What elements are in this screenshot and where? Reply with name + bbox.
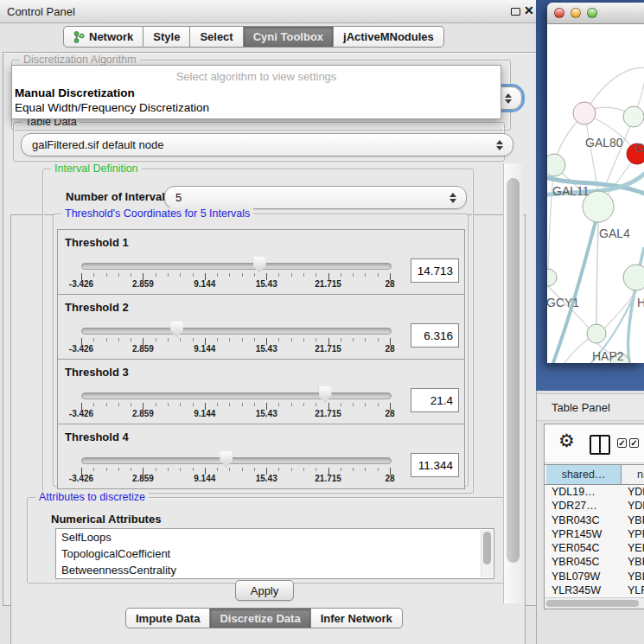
slider-tick	[316, 273, 316, 277]
threshold-4-slider-track[interactable]	[81, 457, 392, 464]
tab-discretize-data[interactable]: Discretize Data	[210, 608, 310, 628]
network-node-7[interactable]	[587, 324, 606, 343]
close-traffic-light-icon[interactable]	[554, 8, 564, 18]
network-node-6[interactable]	[623, 265, 644, 290]
slider-tick	[180, 273, 181, 277]
checkbox-icon[interactable]: ✓	[629, 438, 639, 448]
column-header-name[interactable]: na	[622, 465, 644, 484]
threshold-2-value-field[interactable]: 6.316	[411, 323, 459, 348]
network-node-3[interactable]	[547, 154, 565, 176]
minimize-traffic-light-icon[interactable]	[571, 8, 581, 18]
column-header-shared-name[interactable]: shared…	[546, 465, 622, 484]
threshold-2-slider-thumb[interactable]	[170, 322, 183, 338]
node-label-gal80: GAL80	[585, 136, 623, 150]
popup-item-manual-discretization[interactable]: Manual Discretization	[14, 86, 499, 102]
slider-tick-label: 9.144	[194, 409, 215, 418]
tab-impute-data[interactable]: Impute Data	[125, 608, 210, 628]
network-window-titlebar[interactable]	[547, 3, 644, 24]
threshold-3-slider-track[interactable]	[81, 392, 392, 399]
checkbox-icon[interactable]: ✓	[617, 438, 627, 448]
tab-style[interactable]: Style	[143, 26, 190, 48]
table-row[interactable]: YPR145WYPR1	[545, 527, 644, 541]
close-icon[interactable]: ✕	[524, 3, 534, 17]
slider-tick	[316, 338, 316, 341]
slider-tick	[118, 273, 119, 277]
cell-shared-name: YBR045C	[552, 556, 600, 568]
node-table: ⚙ ✓ ✓ shared… na YDL19…YDL1YDR27…YDR2YBR…	[544, 424, 644, 609]
table-row[interactable]: YLR345WYLR3	[545, 583, 644, 597]
slider-tick	[118, 338, 119, 341]
table-row[interactable]: YBR045CYBR0	[545, 555, 644, 569]
popup-item-equal-width-frequency[interactable]: Equal Width/Frequency Discretization	[14, 101, 499, 117]
tab-infer-network[interactable]: Infer Network	[311, 608, 403, 628]
tab-cyni-toolbox[interactable]: Cyni Toolbox	[244, 26, 334, 48]
slider-tick-label: 21.715	[315, 344, 341, 354]
interval-definition-legend: Interval Definition	[51, 163, 142, 175]
slider-tick-label: -3.426	[69, 279, 93, 289]
combo-stepper-icon	[505, 93, 512, 104]
network-canvas[interactable]: GAL80GAGAL11GAL4GCY1HHAP2	[547, 24, 644, 363]
threshold-4-value-field[interactable]: 11.344	[411, 453, 459, 477]
threshold-1-value-field[interactable]: 14.713	[411, 258, 459, 283]
slider-tick	[229, 468, 230, 471]
threshold-4-slider-thumb[interactable]	[220, 451, 233, 468]
cell-name: YBR0	[628, 556, 644, 568]
list-scrollbar[interactable]	[481, 530, 493, 577]
network-node-0[interactable]	[573, 102, 596, 124]
threshold-2-slider-track[interactable]	[81, 328, 392, 335]
slider-tick-label: 28	[385, 474, 394, 483]
table-row[interactable]: YER054CYER0	[545, 541, 644, 555]
table-data-combobox[interactable]: galFiltered.sif default node	[21, 133, 513, 156]
threshold-1-slider-thumb[interactable]	[253, 257, 266, 273]
slider-tick	[229, 403, 230, 406]
tab-jactivemnodules[interactable]: jActiveMNodules	[334, 26, 444, 48]
tab-cyni-toolbox-label: Cyni Toolbox	[253, 30, 323, 43]
vertical-scrollbar[interactable]	[503, 163, 523, 603]
slider-tick-label: -3.426	[69, 409, 93, 418]
attribute-list-item[interactable]: BetweennessCentrality	[56, 562, 494, 578]
slider-tick	[193, 338, 194, 341]
columns-icon[interactable]	[590, 435, 610, 455]
network-view-window[interactable]: GAL80GAGAL11GAL4GCY1HHAP2	[547, 3, 644, 363]
float-window-icon[interactable]	[511, 8, 520, 16]
table-row[interactable]: YDR27…YDR2	[545, 499, 644, 513]
network-edge[interactable]	[549, 221, 596, 363]
network-node-5[interactable]	[547, 269, 557, 286]
popup-hint: Select algorithm to view settings	[12, 70, 501, 83]
tab-select[interactable]: Select	[190, 26, 243, 48]
threshold-3-value-field[interactable]: 21.4	[411, 388, 459, 412]
zoom-traffic-light-icon[interactable]	[587, 8, 597, 18]
numerical-attributes-list[interactable]: SelfLoopsTopologicalCoefficientBetweenne…	[55, 528, 494, 579]
slider-tick	[131, 468, 131, 471]
horizontal-scrollbar-thumb[interactable]	[546, 600, 639, 607]
threshold-3-slider-thumb[interactable]	[319, 386, 332, 403]
slider-tick	[193, 273, 194, 277]
slider-tick-label: 2.859	[132, 474, 154, 483]
slider-tick	[303, 468, 304, 471]
attribute-list-item[interactable]: TopologicalCoefficient	[56, 545, 494, 562]
tab-impute-data-label: Impute Data	[136, 612, 200, 625]
tab-network[interactable]: Network	[63, 26, 143, 48]
slider-tick	[254, 468, 255, 471]
network-edge[interactable]	[584, 113, 598, 191]
network-edge[interactable]	[596, 222, 598, 324]
slider-tick	[93, 273, 94, 277]
gear-icon[interactable]: ⚙	[558, 430, 575, 451]
horizontal-scrollbar[interactable]	[545, 597, 644, 609]
table-header-row: shared… na	[545, 464, 644, 485]
cell-shared-name: YDL19…	[552, 486, 596, 498]
network-node-1[interactable]	[623, 106, 644, 127]
vertical-scrollbar-thumb[interactable]	[507, 178, 520, 563]
slider-tick-labels: -3.4262.8599.14415.4321.71528	[81, 279, 390, 290]
number-of-intervals-combobox[interactable]: 5	[164, 186, 467, 209]
cell-shared-name: YPR145W	[552, 528, 602, 540]
apply-button[interactable]: Apply	[235, 580, 294, 601]
slider-tick-label: 15.43	[256, 409, 277, 418]
threshold-1-slider-track[interactable]	[81, 263, 392, 270]
table-row[interactable]: YBL079WYBL0	[545, 570, 644, 583]
table-row[interactable]: YBR043CYBR0	[545, 513, 644, 527]
table-row[interactable]: YDL19…YDL1	[545, 485, 644, 499]
attribute-list-item[interactable]: SelfLoops	[56, 529, 494, 545]
slider-tick	[291, 468, 292, 471]
list-scrollbar-thumb[interactable]	[483, 532, 491, 564]
